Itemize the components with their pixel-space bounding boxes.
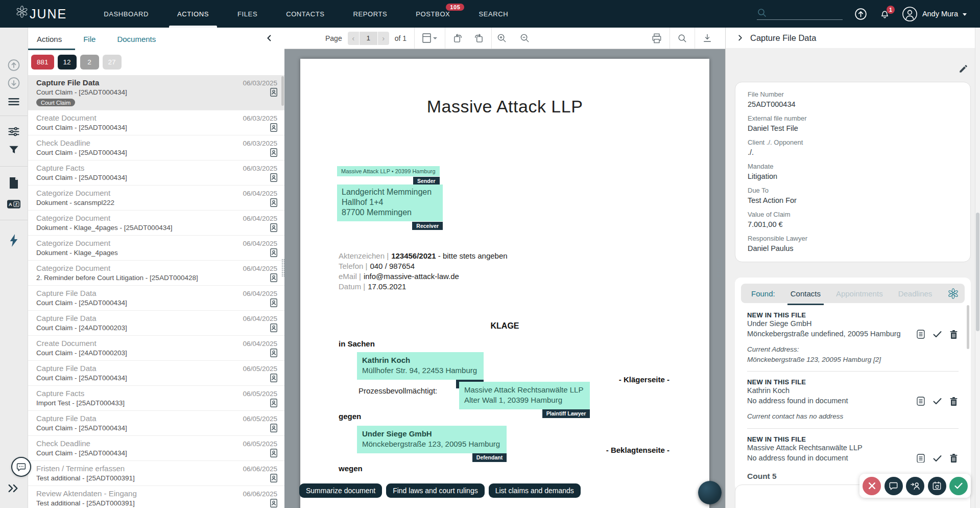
action-list-item[interactable]: Check Deadline 06/03/2025 Court Claim - …: [28, 135, 284, 160]
nav-item[interactable]: POSTBOX 105: [416, 0, 450, 28]
collapse-panel-button[interactable]: [266, 34, 273, 44]
comment-button[interactable]: [885, 477, 903, 495]
menu-icon[interactable]: [8, 97, 20, 109]
tab-actions[interactable]: Actions: [37, 28, 62, 50]
ai-chip-button[interactable]: Summarize document: [299, 483, 382, 498]
zoom-out-button[interactable]: [520, 33, 530, 43]
contact-card-icon[interactable]: [270, 449, 277, 457]
assign-person-button[interactable]: [906, 477, 924, 495]
entity-plaintiff-lawyer[interactable]: Massive Attack Rechtsanwälte LLPAlter Wa…: [459, 382, 590, 409]
download-button[interactable]: [703, 33, 712, 43]
lightning-icon[interactable]: [9, 234, 19, 249]
contact-card-icon[interactable]: [270, 198, 277, 207]
contact-card-icon[interactable]: [270, 298, 277, 307]
contact-card-icon[interactable]: [270, 324, 277, 332]
rotate-right-button[interactable]: [474, 33, 484, 43]
entity-receiver[interactable]: Landgericht MemmingenHallhof 1+487700 Me…: [337, 184, 443, 221]
document-page[interactable]: Massive Attack LLP Massive Attack LLP • …: [300, 59, 709, 508]
contact-note-icon[interactable]: [917, 397, 925, 406]
translate-icon[interactable]: AZ: [7, 199, 21, 211]
nav-item[interactable]: FILES: [237, 0, 257, 28]
contacts-scrollbar[interactable]: [967, 305, 969, 349]
action-list-item[interactable]: Capture File Data 06/04/2025 Court Claim…: [28, 286, 284, 311]
list-scrollbar[interactable]: [281, 76, 284, 106]
ai-chip-button[interactable]: Find laws and court rulings: [386, 483, 485, 498]
action-list-item[interactable]: Capture File Data 06/05/2025 Court Claim…: [28, 411, 284, 436]
expand-sidebar-button[interactable]: [8, 484, 19, 495]
scroll-up-button[interactable]: [7, 58, 21, 74]
tab-documents[interactable]: Documents: [117, 28, 156, 50]
assistant-fab-button[interactable]: [698, 481, 722, 504]
confirm-contact-icon[interactable]: [933, 331, 942, 338]
global-search-input[interactable]: [771, 9, 838, 18]
action-list-item[interactable]: Create Document 06/03/2025 Court Claim -…: [28, 110, 284, 135]
find-in-document-button[interactable]: [678, 34, 687, 43]
panel-resize-handle[interactable]: [717, 259, 723, 277]
sliders-icon[interactable]: [8, 126, 20, 140]
scroll-down-button[interactable]: [7, 76, 21, 92]
delete-contact-icon[interactable]: [950, 454, 958, 463]
nav-item[interactable]: DASHBOARD: [104, 0, 149, 28]
action-list-item[interactable]: Create Document 06/04/2025 Court Claim -…: [28, 336, 284, 361]
app-logo[interactable]: JUNE: [15, 7, 67, 21]
global-search[interactable]: [757, 8, 843, 20]
contact-note-icon[interactable]: [917, 454, 925, 463]
contact-card-icon[interactable]: [270, 499, 277, 507]
calendar-sync-button[interactable]: [928, 477, 946, 495]
action-list-item[interactable]: Capture File Data 06/05/2025 Court Claim…: [28, 361, 284, 386]
contact-card-icon[interactable]: [270, 223, 277, 232]
contact-card-icon[interactable]: [270, 248, 277, 257]
entity-plaintiff[interactable]: Kathrin KochMüllhofer Str. 94, 22453 Ham…: [357, 352, 484, 380]
action-list-item[interactable]: Categorize Document 06/04/2025 Dokument …: [28, 236, 284, 261]
action-list-item[interactable]: Fristen / Termine erfassen 06/06/2025 Te…: [28, 461, 284, 486]
upload-button[interactable]: [854, 7, 868, 21]
support-chat-button[interactable]: [11, 457, 31, 477]
tab-found-deadlines[interactable]: Deadlines: [898, 284, 933, 303]
action-list-item[interactable]: Check Deadline 06/05/2025 Court Claim - …: [28, 436, 284, 461]
contact-card-icon[interactable]: [270, 148, 277, 157]
entity-sender[interactable]: Massive Attack LLP • 20399 Hamburg Sende…: [337, 166, 440, 176]
contact-card-icon[interactable]: [270, 349, 277, 357]
nav-item[interactable]: REPORTS: [353, 0, 388, 28]
entity-defendant[interactable]: Under Siege GmbHMönckebergstraße 123, 20…: [357, 426, 507, 453]
action-list-item[interactable]: Categorize Document 06/04/2025 Dokument …: [28, 186, 284, 211]
contact-note-icon[interactable]: [917, 330, 925, 339]
confirm-contact-icon[interactable]: [933, 398, 942, 405]
notifications-button[interactable]: 1: [879, 8, 891, 20]
edit-file-data-button[interactable]: [959, 64, 968, 76]
delete-contact-icon[interactable]: [950, 397, 958, 406]
right-panel-header[interactable]: Capture File Data: [726, 28, 980, 48]
filter-chip[interactable]: 12: [58, 55, 77, 70]
contact-card-icon[interactable]: [270, 88, 277, 97]
tab-found-appointments[interactable]: Appointments: [836, 284, 883, 303]
nav-item[interactable]: CONTACTS: [286, 0, 324, 28]
rotate-left-button[interactable]: [453, 33, 463, 43]
tab-file[interactable]: File: [83, 28, 95, 50]
filter-icon[interactable]: [8, 144, 19, 157]
panel-scrollbar-thumb[interactable]: [976, 213, 979, 331]
filter-chip[interactable]: 2: [80, 55, 99, 70]
page-layout-button[interactable]: [422, 33, 437, 43]
page-number-input[interactable]: 1: [360, 32, 377, 45]
action-list-item[interactable]: Capture Facts 06/03/2025 Court Claim - […: [28, 160, 284, 186]
delete-contact-icon[interactable]: [950, 330, 958, 339]
filter-chip[interactable]: 881: [31, 55, 54, 70]
document-icon[interactable]: [9, 177, 19, 191]
reject-button[interactable]: [863, 477, 881, 495]
contact-card-icon[interactable]: [270, 123, 277, 132]
action-list-item[interactable]: Review Aktendaten - Eingang 06/06/2025 T…: [28, 486, 284, 508]
user-menu[interactable]: Andy Mura: [902, 6, 967, 22]
contact-card-icon[interactable]: [270, 399, 277, 407]
contact-card-icon[interactable]: [270, 374, 277, 382]
panel-resize-handle[interactable]: [281, 259, 287, 277]
contact-card-icon[interactable]: [270, 424, 277, 432]
confirm-all-button[interactable]: [949, 477, 968, 495]
page-next-button[interactable]: ›: [378, 32, 389, 45]
ai-chip-button[interactable]: List claims and demands: [489, 483, 581, 498]
action-list-item[interactable]: Categorize Document 06/04/2025 Dokument …: [28, 211, 284, 236]
panel-scrollbar-track[interactable]: [975, 28, 980, 508]
nav-item[interactable]: SEARCH: [479, 0, 508, 28]
action-list-item[interactable]: Capture File Data 06/03/2025 Court Claim…: [28, 75, 284, 110]
contact-card-icon[interactable]: [270, 474, 277, 482]
contact-card-icon[interactable]: [270, 273, 277, 282]
